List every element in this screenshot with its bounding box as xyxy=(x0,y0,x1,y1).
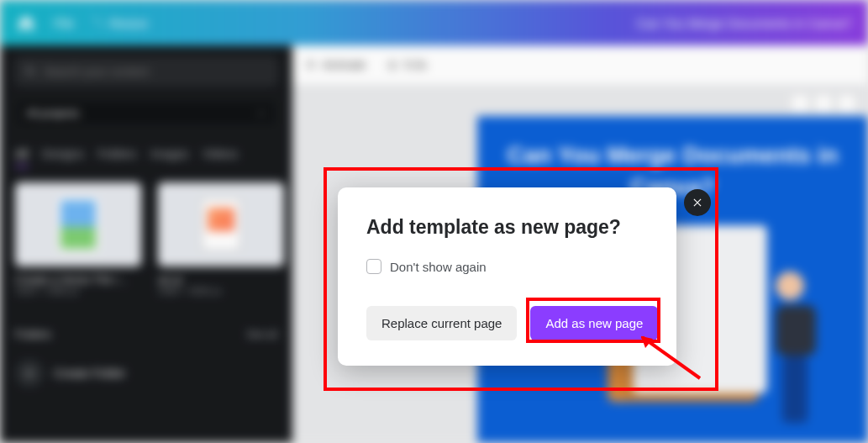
list-item[interactable]: art.ai 2480 × 3508 px xyxy=(158,182,284,296)
file-menu[interactable]: File xyxy=(54,16,74,30)
search-input-wrap[interactable] xyxy=(15,57,277,86)
plus-icon xyxy=(15,359,44,388)
add-template-modal: Add template as new page? Don't show aga… xyxy=(338,187,676,366)
thumb-title: Create a Vector File i… xyxy=(15,273,141,286)
dont-show-again-row[interactable]: Don't show again xyxy=(366,259,648,274)
projects-dropdown-label: All projects xyxy=(26,107,80,119)
search-icon xyxy=(24,65,37,78)
home-icon[interactable] xyxy=(17,13,35,32)
tab-images[interactable]: Images xyxy=(150,147,189,167)
left-panel: All projects All Designs Folders Images … xyxy=(0,45,292,443)
thumbnail-icon xyxy=(15,182,141,266)
svg-point-0 xyxy=(26,67,32,73)
see-all-link[interactable]: See all xyxy=(246,329,277,340)
projects-dropdown[interactable]: All projects xyxy=(15,99,277,127)
tab-folders[interactable]: Folders xyxy=(97,147,137,167)
clock-icon xyxy=(386,58,399,71)
svg-line-1 xyxy=(32,73,34,76)
dont-show-checkbox[interactable] xyxy=(366,259,381,274)
create-folder-label: Create Folder xyxy=(54,367,126,380)
tab-all[interactable]: All xyxy=(15,147,29,167)
dont-show-label: Don't show again xyxy=(390,260,487,274)
animate-button[interactable]: Animate xyxy=(304,58,366,71)
close-icon xyxy=(692,197,703,208)
replace-current-page-button[interactable]: Replace current page xyxy=(366,306,517,340)
chevron-down-icon xyxy=(256,108,266,119)
page-action-icon[interactable] xyxy=(838,94,856,113)
create-folder-button[interactable]: Create Folder xyxy=(15,359,277,388)
thumb-sub: 1920 × 1080 px xyxy=(15,286,141,296)
close-modal-button[interactable] xyxy=(684,189,711,216)
tab-designs[interactable]: Designs xyxy=(42,147,85,167)
resize-menu[interactable]: Resize xyxy=(92,16,148,30)
timer-button[interactable]: 5.0s xyxy=(386,58,426,71)
page-action-icon[interactable] xyxy=(814,94,833,113)
page-action-icon[interactable] xyxy=(791,94,809,113)
thumbnail-icon xyxy=(158,182,284,266)
animate-icon xyxy=(304,58,318,71)
tab-videos[interactable]: Videos xyxy=(203,147,239,167)
content-tabs: All Designs Folders Images Videos xyxy=(15,147,277,167)
thumb-sub: 2480 × 3508 px xyxy=(158,286,284,296)
add-as-new-page-button[interactable]: Add as new page xyxy=(530,306,658,340)
document-title-topbar: Can You Merge Documents in Canva? xyxy=(637,16,851,30)
list-item[interactable]: Create a Vector File i… 1920 × 1080 px xyxy=(15,182,141,296)
modal-title: Add template as new page? xyxy=(366,216,648,239)
top-bar: File Resize Can You Merge Documents in C… xyxy=(0,0,868,45)
page-actions xyxy=(791,94,856,113)
search-input[interactable] xyxy=(44,65,268,78)
folders-section-label: Folders xyxy=(15,328,51,340)
canvas-toolbar: Animate 5.0s xyxy=(292,45,868,84)
thumb-title: art.ai xyxy=(158,273,284,286)
